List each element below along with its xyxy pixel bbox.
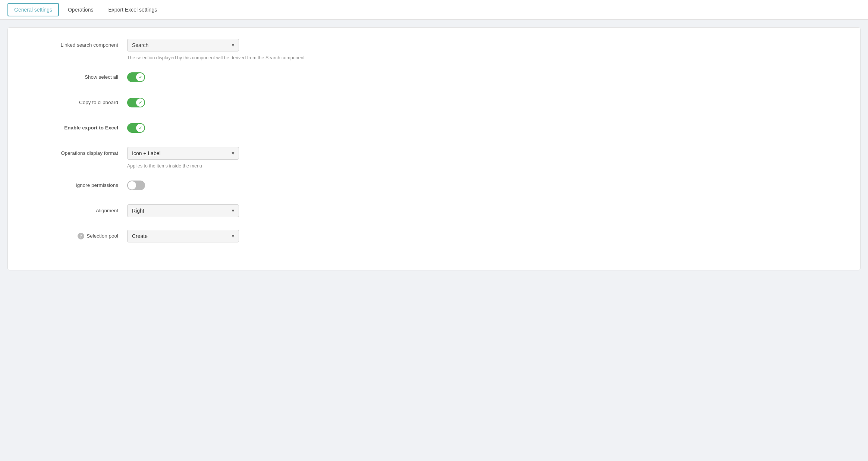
ignore-permissions-toggle[interactable]: [127, 181, 145, 190]
enable-export-toggle[interactable]: ✓: [127, 123, 145, 133]
alignment-label: Alignment: [23, 204, 127, 214]
ignore-permissions-track: [127, 181, 145, 190]
selection-pool-label-area: ? Selection pool: [23, 230, 127, 240]
show-select-all-label: Show select all: [23, 71, 127, 81]
enable-export-label: Enable export to Excel: [23, 122, 127, 132]
ignore-permissions-toggle-wrapper: [127, 179, 845, 190]
ignore-permissions-thumb: [128, 181, 136, 189]
ops-display-select[interactable]: Icon + Label Icon only Label only: [127, 147, 239, 160]
content-card: Linked search component Search None ▼ Th…: [7, 27, 861, 270]
show-select-all-control: ✓: [127, 71, 845, 82]
enable-export-toggle-wrapper: ✓: [127, 122, 845, 133]
ops-display-hint: Applies to the items inside the menu: [127, 163, 845, 169]
tabs-bar: General settings Operations Export Excel…: [0, 0, 868, 20]
linked-search-control: Search None ▼ The selection displayed by…: [127, 39, 845, 60]
alignment-select-wrapper: Right Left Center ▼: [127, 204, 239, 217]
ops-display-row: Operations display format Icon + Label I…: [23, 147, 845, 169]
tab-export-excel[interactable]: Export Excel settings: [101, 1, 164, 18]
enable-export-control: ✓: [127, 122, 845, 133]
linked-search-select-wrapper: Search None ▼: [127, 39, 239, 51]
selection-pool-select-wrapper: Create Existing Both ▼: [127, 230, 239, 242]
enable-export-row: Enable export to Excel ✓: [23, 122, 845, 137]
show-select-all-row: Show select all ✓: [23, 71, 845, 86]
linked-search-hint: The selection displayed by this componen…: [127, 55, 845, 60]
alignment-control: Right Left Center ▼: [127, 204, 845, 217]
copy-clipboard-toggle[interactable]: ✓: [127, 98, 145, 107]
enable-export-check-icon: ✓: [139, 126, 142, 131]
show-select-all-check-icon: ✓: [139, 75, 142, 80]
copy-clipboard-check-icon: ✓: [139, 100, 142, 105]
copy-clipboard-label: Copy to clipboard: [23, 96, 127, 106]
alignment-select[interactable]: Right Left Center: [127, 204, 239, 217]
linked-search-label: Linked search component: [23, 39, 127, 49]
show-select-all-toggle-wrapper: ✓: [127, 71, 845, 82]
ignore-permissions-label: Ignore permissions: [23, 179, 127, 189]
ops-display-label: Operations display format: [23, 147, 127, 157]
show-select-all-track: ✓: [127, 72, 145, 82]
copy-clipboard-row: Copy to clipboard ✓: [23, 96, 845, 111]
enable-export-thumb: ✓: [136, 124, 144, 132]
alignment-row: Alignment Right Left Center ▼: [23, 204, 845, 219]
copy-clipboard-thumb: ✓: [136, 98, 144, 107]
copy-clipboard-control: ✓: [127, 96, 845, 107]
linked-search-row: Linked search component Search None ▼ Th…: [23, 39, 845, 60]
copy-clipboard-toggle-wrapper: ✓: [127, 96, 845, 107]
selection-pool-help-icon[interactable]: ?: [78, 233, 84, 239]
enable-export-track: ✓: [127, 123, 145, 133]
selection-pool-row: ? Selection pool Create Existing Both ▼: [23, 230, 845, 245]
show-select-all-toggle[interactable]: ✓: [127, 72, 145, 82]
tab-operations[interactable]: Operations: [60, 1, 101, 18]
selection-pool-control: Create Existing Both ▼: [127, 230, 845, 242]
ops-display-select-wrapper: Icon + Label Icon only Label only ▼: [127, 147, 239, 160]
selection-pool-select[interactable]: Create Existing Both: [127, 230, 239, 242]
page-wrapper: General settings Operations Export Excel…: [0, 0, 868, 461]
linked-search-select[interactable]: Search None: [127, 39, 239, 51]
ignore-permissions-control: [127, 179, 845, 190]
selection-pool-label: Selection pool: [87, 233, 118, 240]
ignore-permissions-row: Ignore permissions: [23, 179, 845, 194]
show-select-all-thumb: ✓: [136, 73, 144, 81]
tab-general-settings[interactable]: General settings: [7, 3, 59, 16]
ops-display-control: Icon + Label Icon only Label only ▼ Appl…: [127, 147, 845, 169]
copy-clipboard-track: ✓: [127, 98, 145, 107]
